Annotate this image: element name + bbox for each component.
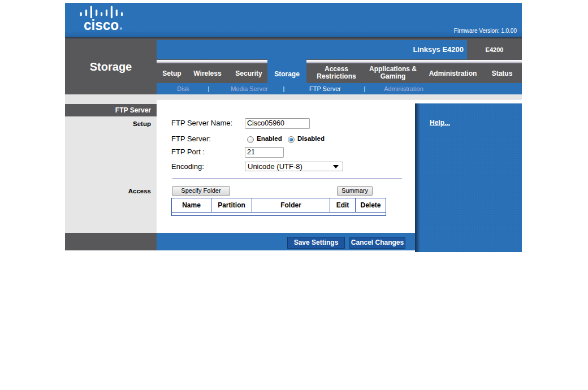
svg-text:cisco: cisco [84, 16, 119, 32]
